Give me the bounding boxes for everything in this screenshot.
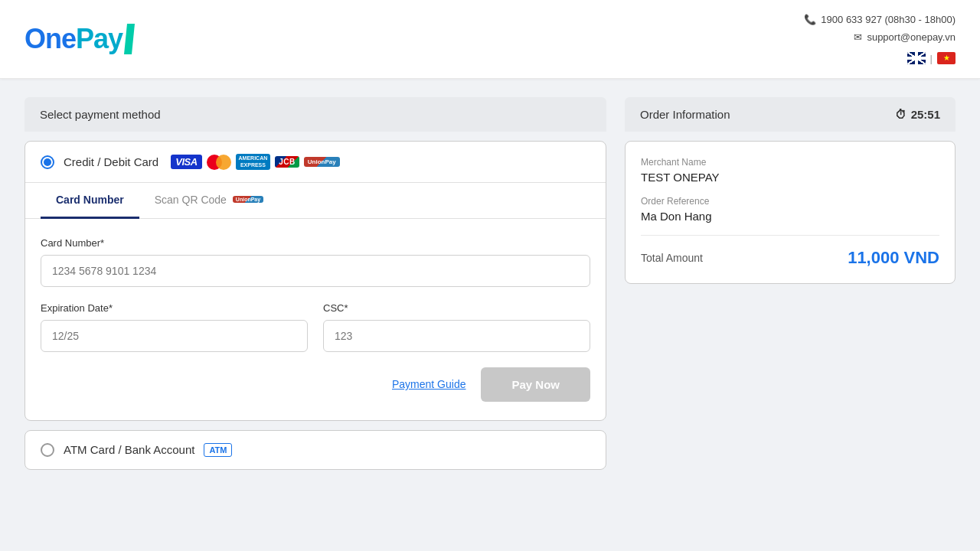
timer-icon: ⏱ xyxy=(895,108,906,121)
header: OnePay 📞 1900 633 927 (08h30 - 18h00) ✉ … xyxy=(0,0,980,79)
order-ref-value: Ma Don Hang xyxy=(641,210,939,223)
merchant-name-label: Merchant Name xyxy=(641,157,939,168)
card-number-input[interactable] xyxy=(41,255,590,287)
flag-vn[interactable] xyxy=(937,52,956,64)
qr-unionpay-icon: UnionPay xyxy=(233,196,263,203)
email-address: support@onepay.vn xyxy=(867,28,956,46)
form-actions: Payment Guide Pay Now xyxy=(41,367,590,402)
payment-section-header: Select payment method xyxy=(24,97,606,132)
credit-debit-radio[interactable] xyxy=(41,155,54,169)
phone-number: 1900 633 927 (08h30 - 18h00) xyxy=(821,11,956,28)
card-number-label: Card Number* xyxy=(41,237,590,249)
unionpay-logo: UnionPay xyxy=(304,157,340,167)
tab-scan-qr[interactable]: Scan QR Code UnionPay xyxy=(139,183,279,219)
right-panel: Order Information ⏱ 25:51 Merchant Name … xyxy=(625,97,956,470)
order-section-header: Order Information ⏱ 25:51 xyxy=(625,97,956,132)
svg-marker-0 xyxy=(124,24,135,54)
order-section-title: Order Information xyxy=(640,108,730,121)
total-row: Total Amount 11,000 VND xyxy=(641,248,939,268)
logo-text: OnePay xyxy=(24,23,122,55)
merchant-name-value: TEST ONEPAY xyxy=(641,171,939,184)
atm-card-option[interactable]: ATM Card / Bank Account ATM xyxy=(24,430,606,470)
payment-guide-link[interactable]: Payment Guide xyxy=(392,378,466,390)
expiry-input[interactable] xyxy=(41,320,308,352)
csc-label: CSC* xyxy=(323,302,590,314)
logo: OnePay xyxy=(24,23,135,55)
atm-badge: ATM xyxy=(204,443,232,457)
card-form: Card Number* Expiration Date* CSC* xyxy=(25,219,606,420)
credit-debit-card-option[interactable]: Credit / Debit Card VISA AMERICANEXPRESS… xyxy=(24,141,606,421)
mastercard-logo xyxy=(207,155,231,170)
logo-accent-icon xyxy=(124,24,135,54)
language-flags: | xyxy=(804,50,956,67)
flag-separator: | xyxy=(930,50,933,67)
order-info-card: Merchant Name TEST ONEPAY Order Referenc… xyxy=(625,141,956,284)
amex-logo: AMERICANEXPRESS xyxy=(236,154,271,170)
atm-card-label: ATM Card / Bank Account xyxy=(64,443,194,456)
merchant-name-group: Merchant Name TEST ONEPAY xyxy=(641,157,939,184)
csc-input[interactable] xyxy=(323,320,590,352)
tab-card-number[interactable]: Card Number xyxy=(41,183,139,219)
flag-uk[interactable] xyxy=(907,52,926,64)
contact-info: 📞 1900 633 927 (08h30 - 18h00) ✉ support… xyxy=(804,11,956,67)
timer-value: 25:51 xyxy=(911,108,940,121)
expiry-group: Expiration Date* xyxy=(41,302,308,352)
visa-logo: VISA xyxy=(171,155,201,169)
credit-debit-header: Credit / Debit Card VISA AMERICANEXPRESS… xyxy=(25,142,606,183)
credit-debit-label: Credit / Debit Card xyxy=(64,155,158,168)
card-number-group: Card Number* xyxy=(41,237,590,287)
card-tabs: Card Number Scan QR Code UnionPay xyxy=(25,183,606,219)
main-content: Select payment method Credit / Debit Car… xyxy=(0,79,980,488)
total-amount: 11,000 VND xyxy=(848,248,939,268)
divider xyxy=(641,235,939,236)
order-ref-label: Order Reference xyxy=(641,196,939,207)
email-icon: ✉ xyxy=(854,28,862,46)
phone-icon: 📞 xyxy=(804,11,816,28)
order-ref-group: Order Reference Ma Don Hang xyxy=(641,196,939,223)
csc-group: CSC* xyxy=(323,302,590,352)
expiry-csc-row: Expiration Date* CSC* xyxy=(41,302,590,352)
payment-section-title: Select payment method xyxy=(40,108,161,121)
expiry-label: Expiration Date* xyxy=(41,302,308,314)
atm-radio[interactable] xyxy=(41,443,54,457)
left-panel: Select payment method Credit / Debit Car… xyxy=(24,97,606,470)
countdown-timer: ⏱ 25:51 xyxy=(895,108,940,121)
jcb-logo: JCB xyxy=(275,156,299,168)
pay-now-button[interactable]: Pay Now xyxy=(481,367,590,402)
total-label: Total Amount xyxy=(641,252,703,264)
radio-inner xyxy=(44,158,51,166)
card-logos: VISA AMERICANEXPRESS JCB UnionPay xyxy=(171,154,340,170)
